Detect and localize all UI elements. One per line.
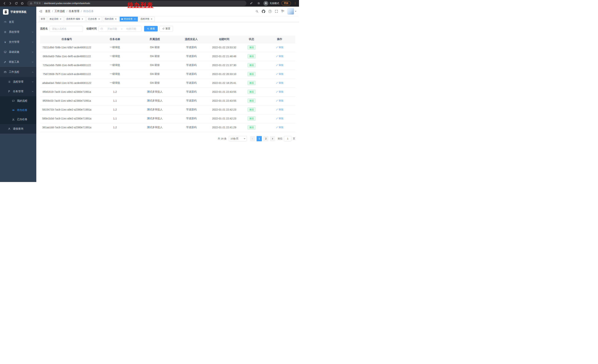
browser-home-icon[interactable] <box>20 1 25 6</box>
approve-link[interactable]: 审批 <box>276 108 284 111</box>
font-size-icon[interactable]: TT <box>281 10 284 13</box>
approve-link[interactable]: 审批 <box>276 81 284 85</box>
cell-create-time: 2022-01-22 18:25:41 <box>209 79 239 87</box>
status-badge: 激活 <box>248 45 256 49</box>
tab-close-icon[interactable]: × <box>150 18 153 20</box>
user-menu[interactable] <box>287 8 296 15</box>
tab-done-tasks[interactable]: 已办任务 × <box>86 17 102 22</box>
end-date-input[interactable] <box>123 27 140 30</box>
status-badge: 激活 <box>248 108 256 112</box>
col-action: 操作 <box>264 36 295 43</box>
sidebar-item-payment[interactable]: ¥ 支付管理 <box>0 37 36 47</box>
chrome-update-button[interactable]: 更新 <box>281 1 291 5</box>
browser-reload-icon[interactable] <box>14 1 19 6</box>
tab-close-icon[interactable]: × <box>98 18 100 20</box>
tab-home[interactable]: 首页 <box>39 17 47 22</box>
cell-task-name: 1.2 <box>93 87 136 96</box>
tab-label: 已办任务 <box>88 17 97 21</box>
github-icon[interactable] <box>262 10 265 13</box>
tab-close-icon[interactable]: × <box>59 18 62 20</box>
breadcrumb-item[interactable]: 工作流程 <box>54 10 65 13</box>
sidebar-label: 系统管理 <box>9 30 19 34</box>
help-icon[interactable]: ? <box>268 10 272 13</box>
cell-task-name: 1.2 <box>93 123 136 132</box>
tab-close-icon[interactable]: × <box>133 18 136 20</box>
approve-link[interactable]: 审批 <box>276 55 284 58</box>
search-icon[interactable] <box>255 10 259 13</box>
cell-initiator: 芋道源码 <box>173 52 209 61</box>
sidebar-item-infrastructure[interactable]: 基础设施 <box>0 47 36 57</box>
cell-initiator: 芋道源码 <box>173 87 209 96</box>
app-logo-row[interactable]: 芋道管理系统 <box>0 7 36 17</box>
tab-process-form-edit[interactable]: 流程表单-编辑 × <box>65 17 85 22</box>
approve-link[interactable]: 审批 <box>276 117 284 120</box>
tab-todo-tasks[interactable]: 待办任务 × <box>120 17 138 22</box>
prev-page-button[interactable] <box>250 136 255 141</box>
breadcrumb-item[interactable]: 首页 <box>45 10 50 13</box>
tab-close-icon[interactable]: × <box>81 18 84 20</box>
browser-toolbar-right: 无痕模式 更新 <box>249 1 297 6</box>
monitor-icon <box>4 50 7 54</box>
breadcrumb-item[interactable]: 任务管理 <box>69 10 79 13</box>
cell-process: OA 请假 <box>136 61 173 70</box>
goto-page-input[interactable] <box>284 136 291 141</box>
page-button-1[interactable]: 1 <box>257 136 262 141</box>
sidebar-item-leave-query[interactable]: 请假查询 <box>0 124 36 134</box>
sidebar-item-system[interactable]: 系统管理 <box>0 27 36 37</box>
address-divider <box>42 2 43 5</box>
search-button[interactable]: 搜索 <box>144 26 158 32</box>
reset-button[interactable]: 重置 <box>159 26 173 32</box>
approve-label: 审批 <box>279 126 284 129</box>
browser-menu-icon[interactable] <box>293 1 297 6</box>
page-size-select[interactable]: 10条/页 <box>229 136 247 141</box>
sidebar-item-process-management[interactable]: 流程管理 <box>0 77 36 87</box>
page-content: 流程名 创建时间 - 搜索 重置 <box>36 22 299 182</box>
approve-label: 审批 <box>279 90 284 94</box>
approve-link[interactable]: 审批 <box>276 46 284 49</box>
approve-link[interactable]: 审批 <box>276 73 284 76</box>
sidebar-label: 基础设施 <box>9 50 19 54</box>
bookmark-star-icon[interactable] <box>256 1 261 6</box>
tab-label: 发起流程 <box>50 17 58 21</box>
approve-link[interactable]: 审批 <box>276 64 284 67</box>
browser-back-icon[interactable] <box>2 1 7 6</box>
sidebar-collapse-icon[interactable] <box>36 9 45 13</box>
sidebar-item-done-tasks[interactable]: 已办任务 <box>0 115 36 124</box>
scissors-icon <box>12 118 15 121</box>
start-date-input[interactable] <box>104 27 121 30</box>
status-badge: 激活 <box>248 72 256 76</box>
password-key-icon[interactable] <box>249 1 254 6</box>
url-text: dashboard.yudao.iocoder.cn/bpm/task/todo <box>44 2 90 5</box>
cell-create-time: 2022-01-22 23:53:32 <box>209 43 239 52</box>
cell-create-time: 2022-01-22 21:48:48 <box>209 52 239 61</box>
process-name-input[interactable] <box>50 26 83 32</box>
page-button-2[interactable]: 2 <box>263 136 268 141</box>
approve-link[interactable]: 审批 <box>276 99 284 102</box>
top-navbar: 首页 / 工作流程 / 任务管理 / 待办任务 ? <box>36 7 299 16</box>
approve-link[interactable]: 审批 <box>276 126 284 129</box>
date-range-picker[interactable]: - <box>99 26 141 32</box>
cell-initiator: 芋道源码 <box>173 79 209 87</box>
incognito-badge: 无痕模式 <box>263 1 279 6</box>
sidebar-item-devtools[interactable]: 研发工具 <box>0 57 36 67</box>
sidebar-item-todo-tasks[interactable]: 待办任务 <box>0 105 36 115</box>
todo-task-table: 任务编号 任务名称 所属流程 流程发起人 创建时间 状态 操作 73211d9d… <box>40 36 295 132</box>
fullscreen-icon[interactable] <box>275 10 278 13</box>
approve-link[interactable]: 审批 <box>276 90 284 94</box>
browser-forward-icon[interactable] <box>8 1 13 6</box>
tab-process-detail[interactable]: 流程详情 × <box>139 17 155 22</box>
gear-icon <box>4 31 7 33</box>
eye-icon <box>12 109 15 112</box>
tab-start-process[interactable]: 发起流程 × <box>48 17 64 22</box>
sidebar-item-workflow[interactable]: 工作流程 <box>0 67 36 77</box>
sidebar-item-task-management[interactable]: 任务管理 <box>0 87 36 96</box>
sidebar-item-home[interactable]: 首页 <box>0 17 36 27</box>
list-icon <box>8 80 11 83</box>
tab-my-process[interactable]: 我的流程 × <box>103 17 119 22</box>
sidebar-item-my-process[interactable]: 我的流程 <box>0 96 36 105</box>
cell-task-name: 1.2 <box>93 105 136 114</box>
next-page-button[interactable] <box>270 136 275 141</box>
cell-process: OA 请假 <box>136 70 173 79</box>
tab-close-icon[interactable]: × <box>115 18 117 20</box>
page-size-value: 10条/页 <box>231 137 239 140</box>
